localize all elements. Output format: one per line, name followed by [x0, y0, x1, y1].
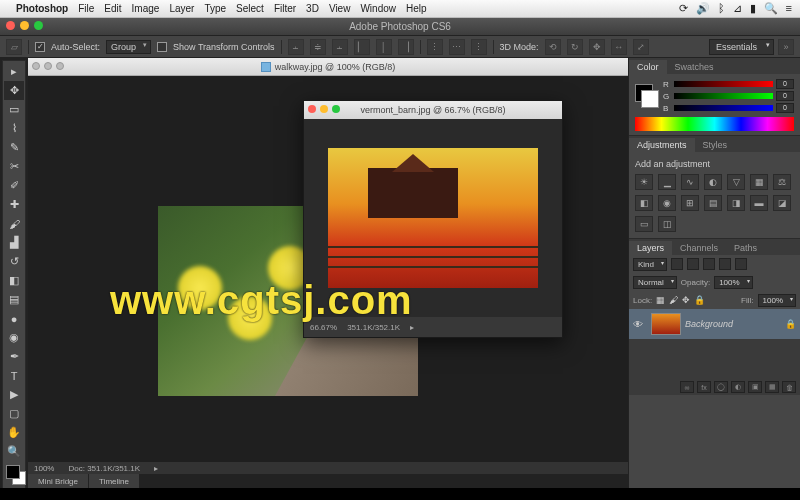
filter-adjustment-icon[interactable] — [687, 258, 699, 270]
healing-brush-tool[interactable]: ✚ — [4, 195, 24, 214]
layer-filter-dropdown[interactable]: Kind — [633, 258, 667, 271]
show-transform-checkbox[interactable] — [157, 42, 167, 52]
bw-icon[interactable]: ◧ — [635, 195, 653, 211]
filter-type-icon[interactable] — [703, 258, 715, 270]
dodge-tool[interactable]: ◉ — [4, 328, 24, 347]
rotate-3d-icon[interactable]: ⟲ — [545, 39, 561, 55]
visibility-icon[interactable]: 👁 — [633, 319, 647, 330]
photo-filter-icon[interactable]: ◉ — [658, 195, 676, 211]
brightness-icon[interactable]: ☀ — [635, 174, 653, 190]
app-menu[interactable]: Photoshop — [16, 3, 68, 14]
distribute-icon[interactable]: ⋯ — [449, 39, 465, 55]
sync-icon[interactable]: ⟳ — [679, 2, 688, 15]
menu-window[interactable]: Window — [360, 3, 396, 14]
tab-toggle-icon[interactable]: ▸ — [4, 62, 24, 81]
tab-paths[interactable]: Paths — [726, 241, 765, 255]
foreground-swatch[interactable] — [6, 465, 20, 479]
menu-extra-icon[interactable]: ≡ — [786, 2, 792, 15]
b-slider[interactable] — [674, 105, 773, 111]
gradient-tool[interactable]: ▤ — [4, 290, 24, 309]
zoom-tool[interactable]: 🔍 — [4, 442, 24, 461]
layer-row[interactable]: 👁 Background 🔒 — [629, 309, 800, 339]
align-vcenter-icon[interactable]: ≑ — [310, 39, 326, 55]
eraser-tool[interactable]: ◧ — [4, 271, 24, 290]
menu-view[interactable]: View — [329, 3, 351, 14]
auto-select-dropdown[interactable]: Group — [106, 40, 151, 54]
b-value[interactable]: 0 — [776, 103, 794, 113]
tab-styles[interactable]: Styles — [695, 138, 736, 152]
volume-icon[interactable]: 🔊 — [696, 2, 710, 15]
lock-pixels-icon[interactable]: 🖌 — [669, 295, 678, 305]
mini-bridge-tab[interactable]: Mini Bridge — [28, 474, 89, 488]
color-swatches[interactable] — [4, 463, 24, 491]
eyedropper-tool[interactable]: ✐ — [4, 176, 24, 195]
distribute-icon[interactable]: ⋮ — [471, 39, 487, 55]
scale-3d-icon[interactable]: ⤢ — [633, 39, 649, 55]
menu-image[interactable]: Image — [132, 3, 160, 14]
doc-close-icon[interactable] — [32, 62, 40, 70]
invert-icon[interactable]: ◨ — [727, 195, 745, 211]
hand-tool[interactable]: ✋ — [4, 423, 24, 442]
menu-help[interactable]: Help — [406, 3, 427, 14]
filter-pixel-icon[interactable] — [671, 258, 683, 270]
menu-type[interactable]: Type — [204, 3, 226, 14]
clone-stamp-tool[interactable]: ▟ — [4, 233, 24, 252]
canvas-area[interactable]: vermont_barn.jpg @ 66.7% (RGB/8) 66.67% … — [28, 76, 628, 462]
zoom-value[interactable]: 100% — [34, 464, 54, 473]
workspace-dropdown[interactable]: Essentials — [709, 39, 774, 55]
filter-smart-icon[interactable] — [735, 258, 747, 270]
close-icon[interactable] — [6, 21, 15, 30]
type-tool[interactable]: T — [4, 366, 24, 385]
hue-sat-icon[interactable]: ▦ — [750, 174, 768, 190]
adjustment-layer-icon[interactable]: ◐ — [731, 381, 745, 393]
info-menu-icon[interactable]: ▸ — [154, 464, 158, 473]
g-value[interactable]: 0 — [776, 91, 794, 101]
new-layer-icon[interactable]: ▦ — [765, 381, 779, 393]
menu-filter[interactable]: Filter — [274, 3, 296, 14]
lock-all-icon[interactable]: 🔒 — [694, 295, 705, 305]
r-value[interactable]: 0 — [776, 79, 794, 89]
layer-style-icon[interactable]: fx — [697, 381, 711, 393]
floating-zoom-value[interactable]: 66.67% — [310, 323, 337, 332]
roll-3d-icon[interactable]: ↻ — [567, 39, 583, 55]
gradient-map-icon[interactable]: ▭ — [635, 216, 653, 232]
align-top-icon[interactable]: ⫠ — [288, 39, 304, 55]
blend-mode-dropdown[interactable]: Normal — [633, 276, 677, 289]
menu-layer[interactable]: Layer — [169, 3, 194, 14]
crop-tool[interactable]: ✂ — [4, 157, 24, 176]
align-right-icon[interactable]: ▕ — [398, 39, 414, 55]
color-lookup-icon[interactable]: ▤ — [704, 195, 722, 211]
menu-file[interactable]: File — [78, 3, 94, 14]
floating-canvas[interactable] — [304, 119, 562, 317]
g-slider[interactable] — [674, 93, 773, 99]
info-menu-icon[interactable]: ▸ — [410, 323, 414, 332]
menu-3d[interactable]: 3D — [306, 3, 319, 14]
layer-mask-icon[interactable]: ◯ — [714, 381, 728, 393]
filter-shape-icon[interactable] — [719, 258, 731, 270]
levels-icon[interactable]: ▁ — [658, 174, 676, 190]
shape-tool[interactable]: ▢ — [4, 404, 24, 423]
layer-name[interactable]: Background — [685, 319, 733, 329]
blur-tool[interactable]: ● — [4, 309, 24, 328]
lock-position-icon[interactable]: ✥ — [682, 295, 690, 305]
wifi-icon[interactable]: ⊿ — [733, 2, 742, 15]
minimize-icon[interactable] — [20, 21, 29, 30]
align-bottom-icon[interactable]: ⫠ — [332, 39, 348, 55]
menu-edit[interactable]: Edit — [104, 3, 121, 14]
tab-layers[interactable]: Layers — [629, 241, 672, 255]
close-icon[interactable] — [308, 105, 316, 113]
document-tabbar[interactable]: walkway.jpg @ 100% (RGB/8) — [28, 58, 628, 76]
auto-select-checkbox[interactable] — [35, 42, 45, 52]
pen-tool[interactable]: ✒ — [4, 347, 24, 366]
barn-image[interactable] — [328, 148, 538, 288]
brush-tool[interactable]: 🖌 — [4, 214, 24, 233]
marquee-tool[interactable]: ▭ — [4, 100, 24, 119]
minimize-icon[interactable] — [320, 105, 328, 113]
quick-select-tool[interactable]: ✎ — [4, 138, 24, 157]
bluetooth-icon[interactable]: ᛒ — [718, 2, 725, 15]
lasso-tool[interactable]: ⌇ — [4, 119, 24, 138]
zoom-icon[interactable] — [34, 21, 43, 30]
pan-3d-icon[interactable]: ✥ — [589, 39, 605, 55]
move-tool-preset-icon[interactable]: ▱ — [6, 39, 22, 55]
search-icon[interactable]: » — [778, 39, 794, 55]
